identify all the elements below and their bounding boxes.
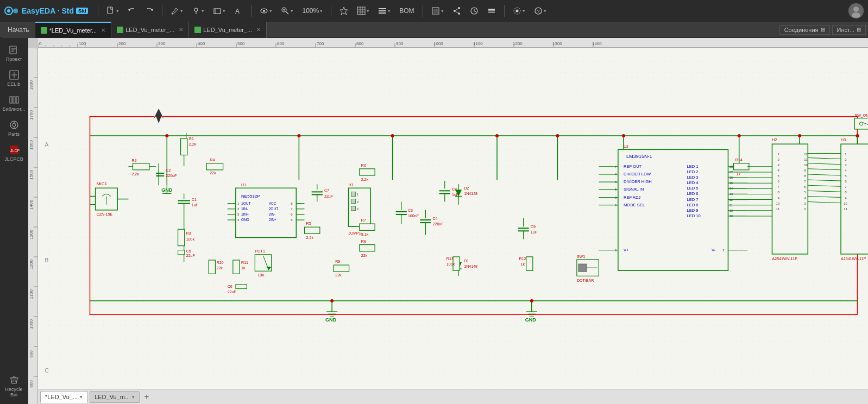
svg-rect-248 bbox=[360, 224, 375, 230]
svg-text:1600: 1600 bbox=[29, 140, 34, 150]
svg-rect-5 bbox=[214, 9, 221, 14]
svg-line-28 bbox=[456, 9, 458, 10]
sidebar-item-project[interactable]: Проект bbox=[0, 41, 28, 65]
help-button[interactable]: ? ▾ bbox=[531, 5, 549, 17]
inspector-panel[interactable]: Инст... ⊞ bbox=[832, 25, 866, 35]
app-logo[interactable]: EasyEDA · Std Std bbox=[4, 3, 88, 18]
schematic-canvas[interactable]: A B C bbox=[38, 48, 868, 389]
tab-pcb[interactable]: LED_Vu_meter_... ✕ bbox=[189, 22, 267, 38]
star-button[interactable] bbox=[337, 5, 351, 17]
svg-rect-42 bbox=[10, 97, 12, 103]
table-button[interactable]: ▾ bbox=[354, 5, 372, 17]
view-button[interactable]: ▾ bbox=[257, 5, 275, 17]
svg-text:LED 6: LED 6 bbox=[687, 191, 698, 196]
main-area: Проект EELib Библиот... Parts JLCPCB JLC… bbox=[0, 38, 868, 404]
bottom-tab-sheet2[interactable]: LED_Vu_m... ▾ bbox=[90, 391, 140, 403]
svg-text:1N4148: 1N4148 bbox=[464, 264, 477, 269]
bom-button[interactable]: BOM bbox=[397, 5, 417, 16]
share-button[interactable] bbox=[450, 5, 464, 17]
svg-text:100k: 100k bbox=[186, 237, 195, 242]
svg-point-429 bbox=[330, 299, 334, 302]
pin-button[interactable]: ▾ bbox=[189, 5, 207, 17]
svg-point-425 bbox=[165, 134, 168, 137]
svg-rect-115 bbox=[40, 48, 865, 389]
sidebar-project-label: Проект bbox=[6, 56, 22, 62]
svg-text:R13: R13 bbox=[446, 257, 454, 261]
svg-text:2.2k: 2.2k bbox=[361, 178, 369, 182]
undo-button[interactable] bbox=[125, 5, 139, 17]
svg-text:A2541WV-11P: A2541WV-11P bbox=[841, 257, 866, 261]
svg-text:A2541WV-11P: A2541WV-11P bbox=[772, 257, 797, 261]
connections-panel[interactable]: Соединения ⊞ bbox=[779, 25, 830, 35]
svg-text:1200: 1200 bbox=[513, 41, 523, 46]
svg-text:800: 800 bbox=[29, 380, 34, 388]
tab-schematic2[interactable]: LED_Vu_meter_... ✕ bbox=[111, 22, 189, 38]
svg-text:MIC1: MIC1 bbox=[97, 181, 108, 186]
svg-text:R10: R10 bbox=[216, 261, 223, 265]
svg-rect-190 bbox=[178, 229, 185, 245]
sidebar-item-eelib[interactable]: EELib bbox=[0, 66, 28, 90]
svg-text:1300: 1300 bbox=[29, 230, 34, 239]
text-button[interactable]: A bbox=[231, 5, 246, 17]
svg-rect-194 bbox=[178, 250, 185, 255]
settings-button[interactable]: ▾ bbox=[510, 5, 528, 17]
bottom-tab-sheet1[interactable]: *LED_Vu_... ▾ bbox=[40, 391, 87, 403]
zoom-button[interactable]: ▾ bbox=[278, 5, 296, 17]
draw-button[interactable]: ▾ bbox=[168, 5, 186, 17]
svg-text:10: 10 bbox=[844, 202, 847, 205]
svg-text:LED 4: LED 4 bbox=[687, 180, 698, 185]
svg-text:LED 2: LED 2 bbox=[687, 169, 698, 174]
svg-text:1k: 1k bbox=[521, 262, 525, 267]
svg-point-427 bbox=[391, 134, 394, 137]
svg-text:MODE SEL: MODE SEL bbox=[624, 203, 645, 207]
svg-point-430 bbox=[530, 299, 533, 302]
svg-text:22uF: 22uF bbox=[324, 194, 334, 199]
add-sheet-button[interactable]: + bbox=[142, 392, 151, 402]
redo-button[interactable] bbox=[142, 5, 156, 17]
sidebar-item-library[interactable]: Библиот... bbox=[0, 91, 28, 115]
sidebar-library-label: Библиот... bbox=[3, 106, 25, 112]
svg-text:5: 5 bbox=[291, 218, 293, 222]
sidebar-item-parts[interactable]: Parts bbox=[0, 116, 28, 140]
file-button[interactable]: ▾ bbox=[104, 5, 122, 17]
svg-text:SIGNAL IN: SIGNAL IN bbox=[624, 187, 644, 192]
zoom-level-button[interactable]: 100% ▾ bbox=[299, 5, 325, 16]
svg-text:R7: R7 bbox=[361, 218, 366, 223]
svg-text:22k: 22k bbox=[216, 266, 223, 270]
svg-text:2IN-: 2IN- bbox=[269, 212, 275, 216]
tab-schematic-active[interactable]: *LED_Vu_meter... ✕ bbox=[35, 22, 112, 38]
bottom-tab2-chevron[interactable]: ▾ bbox=[132, 394, 135, 400]
tab3-close-icon[interactable]: ✕ bbox=[256, 27, 261, 33]
bottom-tab1-chevron[interactable]: ▾ bbox=[80, 394, 83, 400]
layers-button[interactable] bbox=[485, 5, 499, 17]
tools-button[interactable]: ▾ bbox=[375, 5, 393, 17]
sidebar-item-jlcpcb[interactable]: JLCPCB JLCPCB bbox=[0, 141, 28, 165]
svg-text:GND: GND bbox=[525, 317, 537, 323]
svg-text:200: 200 bbox=[118, 41, 126, 46]
tab-pcb-label: LED_Vu_meter_... bbox=[203, 27, 252, 33]
svg-text:DIVIDER LOW: DIVIDER LOW bbox=[624, 172, 651, 176]
svg-text:R5: R5 bbox=[306, 222, 311, 226]
svg-text:U1: U1 bbox=[241, 183, 246, 187]
tab-close-icon[interactable]: ✕ bbox=[101, 27, 105, 33]
gerber-button[interactable]: ▾ bbox=[429, 5, 446, 17]
svg-text:0: 0 bbox=[39, 41, 42, 46]
svg-rect-240 bbox=[351, 199, 356, 204]
svg-text:C4: C4 bbox=[433, 217, 438, 221]
history-button[interactable] bbox=[467, 5, 481, 17]
tab2-close-icon[interactable]: ✕ bbox=[179, 27, 183, 33]
svg-text:CZN-15E: CZN-15E bbox=[97, 212, 113, 217]
svg-rect-138 bbox=[133, 163, 149, 170]
canvas-area[interactable]: 0 100 200 300 400 500 600 700 800 900 bbox=[28, 38, 868, 404]
sidebar-parts-label: Parts bbox=[8, 131, 20, 137]
frame-button[interactable]: ▾ bbox=[210, 5, 228, 17]
tab-schematic-icon bbox=[41, 27, 47, 34]
svg-text:12: 12 bbox=[804, 153, 808, 156]
user-avatar[interactable] bbox=[848, 3, 864, 18]
tab-schematic-active-label: *LED_Vu_meter... bbox=[49, 27, 97, 34]
svg-rect-200 bbox=[233, 260, 240, 274]
connections-icon: ⊞ bbox=[821, 27, 825, 33]
sidebar-item-recycle[interactable]: Recycle Bin bbox=[0, 371, 28, 401]
tab-start[interactable]: Начать bbox=[2, 22, 35, 38]
svg-point-432 bbox=[556, 134, 559, 137]
